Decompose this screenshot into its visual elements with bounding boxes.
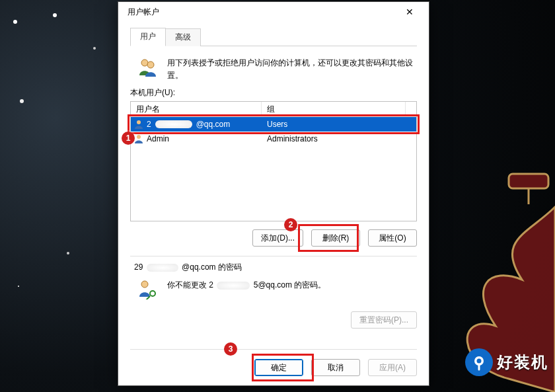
remove-button-label: 删除(R) <box>322 233 350 243</box>
column-username[interactable]: 用户名 <box>131 102 262 116</box>
svg-point-3 <box>147 61 154 68</box>
svg-point-5 <box>137 135 141 139</box>
titlebar: 用户帐户 ✕ <box>118 2 429 22</box>
separator <box>130 256 417 256</box>
password-section-title: 29 @qq.com 的密码 <box>134 262 417 273</box>
cancel-button[interactable]: 取消 <box>311 359 360 376</box>
apply-button: 应用(A) <box>368 359 417 376</box>
svg-point-7 <box>150 291 155 296</box>
column-group[interactable]: 组 <box>262 102 406 116</box>
desktop-wallpaper: 用户帐户 ✕ 用户 高级 <box>0 0 555 392</box>
close-icon: ✕ <box>406 7 414 17</box>
properties-button[interactable]: 属性(O) <box>368 229 417 247</box>
user-list-frame: 用户名 组 2 @qq.com Users <box>130 101 417 221</box>
tab-advanced[interactable]: 高级 <box>165 28 201 46</box>
redacted-mask <box>217 282 250 290</box>
brand-text: 好装机 <box>497 352 548 373</box>
redacted-mask <box>155 120 192 128</box>
pw-line-prefix: 你不能更改 2 <box>167 280 213 290</box>
column-spacer <box>406 102 416 116</box>
tab-users-label: 用户 <box>140 32 156 41</box>
properties-button-label: 属性(O) <box>379 233 406 243</box>
svg-point-4 <box>137 120 141 124</box>
ok-button[interactable]: 确定 <box>254 359 303 376</box>
apply-button-label: 应用(A) <box>379 363 406 372</box>
list-row-selected[interactable]: 2 @qq.com Users <box>131 117 416 132</box>
user-avatar-icon <box>133 119 144 130</box>
pw-line-suffix: 5@qq.com 的密码。 <box>254 280 326 290</box>
svg-point-11 <box>477 359 482 364</box>
local-users-label: 本机用户(U): <box>130 87 417 98</box>
dialog-footer: 确定 取消 应用(A) <box>130 349 417 376</box>
watermark-brand: 好装机 <box>465 348 548 376</box>
brand-logo-icon <box>465 348 493 376</box>
tab-advanced-label: 高级 <box>175 32 191 42</box>
tab-strip: 用户 高级 <box>130 28 417 46</box>
dialog-title: 用户帐户 <box>124 7 396 18</box>
list-row[interactable]: Admin Administrators <box>131 132 416 146</box>
password-row: 你不能更改 2 5@qq.com 的密码。 <box>137 278 417 299</box>
cell-username: 2 @qq.com <box>131 119 262 130</box>
password-text: 你不能更改 2 5@qq.com 的密码。 <box>167 278 326 299</box>
row0-suffix: @qq.com <box>196 120 231 129</box>
add-button-label: 添加(D)... <box>261 233 295 243</box>
pw-title-suffix: @qq.com 的密码 <box>182 262 242 272</box>
close-button[interactable]: ✕ <box>396 2 424 22</box>
remove-button[interactable]: 删除(R) <box>311 229 360 247</box>
user-accounts-dialog: 用户帐户 ✕ 用户 高级 <box>118 1 429 386</box>
cancel-button-label: 取消 <box>328 363 344 372</box>
user-listbox[interactable]: 用户名 组 2 @qq.com Users <box>130 101 417 221</box>
cell-username: Admin <box>131 134 262 144</box>
tab-users[interactable]: 用户 <box>130 28 166 46</box>
intro-block: 用下列表授予或拒绝用户访问你的计算机，还可以更改其密码和其他设置。 <box>137 57 416 82</box>
key-user-icon <box>137 278 158 299</box>
reset-password-button: 重置密码(P)... <box>351 311 417 329</box>
svg-point-6 <box>141 281 148 288</box>
cell-group: Users <box>262 120 416 129</box>
dialog-client-area: 用户 高级 用下列表授予或拒绝用户访问你的计算机，还可以更改其密码和其他设置。 <box>118 22 429 385</box>
row1-prefix: Admin <box>147 134 169 143</box>
redacted-mask <box>147 264 178 272</box>
svg-rect-0 <box>509 174 548 188</box>
ok-button-label: 确定 <box>271 363 287 372</box>
reset-row: 重置密码(P)... <box>130 311 417 329</box>
list-header: 用户名 组 <box>131 102 416 117</box>
svg-point-2 <box>141 59 148 66</box>
row0-prefix: 2 <box>147 120 151 129</box>
pw-title-prefix: 29 <box>134 262 143 272</box>
user-buttons-row: 添加(D)... 删除(R) 属性(O) <box>130 229 417 247</box>
users-icon <box>137 57 158 78</box>
password-section: 29 @qq.com 的密码 你不能更改 2 <box>130 262 417 329</box>
user-avatar-icon <box>133 134 144 144</box>
reset-password-label: 重置密码(P)... <box>359 315 408 325</box>
add-button[interactable]: 添加(D)... <box>252 229 303 247</box>
intro-text: 用下列表授予或拒绝用户访问你的计算机，还可以更改其密码和其他设置。 <box>167 57 416 82</box>
cell-group: Administrators <box>262 134 416 143</box>
